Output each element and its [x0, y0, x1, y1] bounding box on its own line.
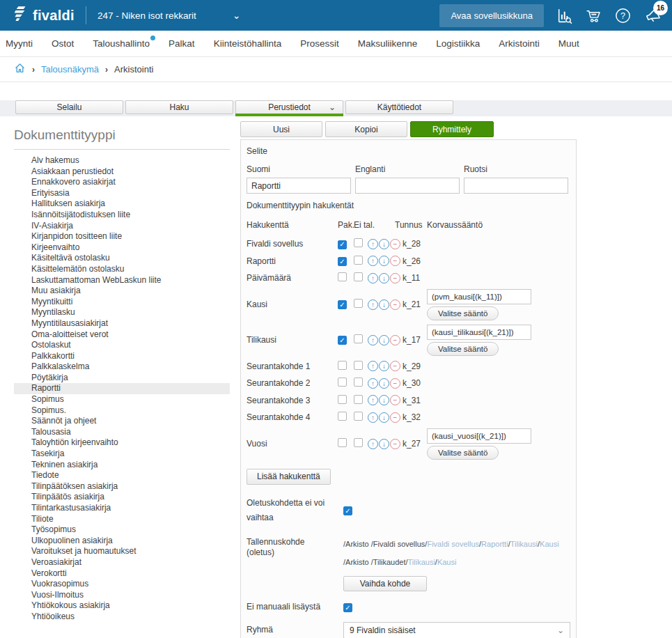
replacement-rule-input[interactable]	[427, 325, 531, 340]
move-up-icon[interactable]: ↑	[368, 273, 378, 283]
not-stored-checkbox[interactable]	[354, 438, 363, 447]
mandatory-checkbox[interactable]	[338, 240, 347, 249]
mandatory-checkbox[interactable]	[338, 300, 347, 309]
move-down-icon[interactable]: ↓	[379, 239, 389, 249]
doc-type-item-talousasia[interactable]: Talousasia	[14, 427, 230, 438]
grouping-button[interactable]: Ryhmittely	[410, 121, 494, 137]
doc-type-item-myyntikuitti[interactable]: Myyntikuitti	[14, 297, 230, 308]
tab-kayttotiedot[interactable]: Käyttötiedot	[345, 100, 453, 114]
not-stored-checkbox[interactable]	[354, 378, 363, 387]
move-down-icon[interactable]: ↓	[379, 299, 389, 310]
doc-type-item-ostolaskut[interactable]: Ostolaskut	[14, 340, 230, 351]
storage-path-link[interactable]: Fivaldi sovellus	[427, 540, 479, 548]
doc-type-item-sopimus[interactable]: Sopimus.	[14, 405, 230, 417]
cart-icon[interactable]	[585, 7, 602, 24]
not-stored-checkbox[interactable]	[354, 299, 363, 308]
default-target-locked-checkbox[interactable]	[343, 506, 352, 515]
doc-type-item-varoitukset-ja-huomautukset[interactable]: Varoitukset ja huomautukset	[14, 546, 230, 557]
move-up-icon[interactable]: ↑	[368, 412, 378, 423]
remove-icon[interactable]: −	[390, 439, 400, 449]
nav-item-logistiikka[interactable]: Logistiikka	[436, 38, 480, 49]
remove-icon[interactable]: −	[390, 273, 400, 283]
nav-item-myynti[interactable]: Myynti	[6, 38, 33, 49]
tab-selailu[interactable]: Selailu	[15, 100, 123, 114]
remove-icon[interactable]: −	[390, 239, 400, 249]
replacement-rule-input[interactable]	[427, 289, 531, 304]
mandatory-checkbox[interactable]	[338, 395, 347, 404]
mandatory-checkbox[interactable]	[338, 412, 347, 421]
doc-type-item-iv-asiakirja[interactable]: IV-Asiakirja	[14, 221, 230, 232]
not-stored-checkbox[interactable]	[354, 412, 363, 421]
help-icon[interactable]: ?	[614, 7, 632, 24]
doc-type-item-tekninen-asiakirja[interactable]: Tekninen asiakirja	[14, 460, 230, 471]
doc-type-item-hallituksen-asiakirja[interactable]: Hallituksen asiakirja	[14, 199, 230, 210]
doc-type-item-isannoitsijatodistuksen-liite[interactable]: Isännöitsijätodistuksen liite	[14, 210, 230, 221]
doc-type-item-taloyhtion-kirjeenvaihto[interactable]: Taloyhtiön kirjeenvaihto	[14, 437, 230, 449]
nav-item-ostot[interactable]: Ostot	[52, 38, 74, 49]
doc-type-item-myyntilasku[interactable]: Myyntilasku	[14, 307, 230, 318]
tab-haku[interactable]: Haku	[125, 100, 233, 114]
change-target-button[interactable]: Vaihda kohde	[343, 576, 427, 591]
doc-type-item-kasiteltava-ostolasku[interactable]: Käsiteltävä ostolasku	[14, 253, 230, 264]
not-stored-checkbox[interactable]	[354, 272, 363, 281]
doc-type-item-raportti[interactable]: Raportti	[14, 383, 230, 394]
doc-type-item-myyntitilausasiakirjat[interactable]: Myyntitilausasiakirjat	[14, 318, 230, 329]
move-down-icon[interactable]: ↓	[379, 412, 389, 423]
breadcrumb-link-talousnakyma[interactable]: Talousnäkymä	[41, 64, 99, 75]
not-stored-checkbox[interactable]	[354, 256, 363, 265]
doc-type-item-asiakkaan-perustiedot[interactable]: Asiakkaan perustiedot	[14, 166, 230, 178]
move-up-icon[interactable]: ↑	[368, 299, 378, 310]
mandatory-checkbox[interactable]	[338, 336, 347, 345]
move-up-icon[interactable]: ↑	[368, 361, 378, 371]
remove-icon[interactable]: −	[390, 256, 400, 266]
doc-type-item-yhtiooikeus[interactable]: Yhtiöoikeus	[14, 612, 230, 623]
doc-type-item-tilinpaatos-asiakirja[interactable]: Tilinpäätös asiakirja	[14, 492, 230, 503]
storage-path-link[interactable]: Kausi	[540, 540, 559, 548]
nav-item-muut[interactable]: Muut	[558, 38, 579, 49]
doc-type-item-saannot-ja-ohjeet[interactable]: Säännöt ja ohjeet	[14, 416, 230, 427]
announcements-icon[interactable]: 16	[643, 7, 661, 24]
doc-type-item-sopimus[interactable]: Sopimus	[14, 394, 230, 405]
home-icon[interactable]	[14, 63, 26, 76]
new-button[interactable]: Uusi	[240, 121, 322, 137]
doc-type-item-vuosi-ilmoitus[interactable]: Vuosi-Ilmoitus	[14, 590, 230, 601]
storage-path-link[interactable]: Raportti	[481, 540, 508, 548]
select-rule-button[interactable]: Valitse sääntö	[427, 342, 499, 356]
open-app-window-button[interactable]: Avaa sovellusikkuna	[439, 4, 544, 27]
add-search-field-button[interactable]: Lisää hakukenttä	[247, 469, 331, 485]
tab-perustiedot[interactable]: Perustiedot⌄	[235, 100, 343, 114]
doc-type-item-tiliote[interactable]: Tiliote	[14, 514, 230, 525]
remove-icon[interactable]: −	[390, 378, 400, 389]
mandatory-checkbox[interactable]	[338, 378, 347, 387]
fivaldi-logo[interactable]: fivaldi	[0, 5, 75, 26]
mandatory-checkbox[interactable]	[338, 438, 347, 447]
stats-search-icon[interactable]	[556, 7, 573, 24]
remove-icon[interactable]: −	[390, 299, 400, 310]
storage-path-link[interactable]: Kausi	[437, 558, 457, 566]
nav-item-maksuliikenne[interactable]: Maksuliikenne	[358, 38, 418, 49]
doc-type-item-ennakkovero-asiakirjat[interactable]: Ennakkovero asiakirjat	[14, 177, 230, 188]
mandatory-checkbox[interactable]	[338, 361, 347, 370]
copy-button[interactable]: Kopioi	[325, 121, 407, 137]
move-up-icon[interactable]: ↑	[368, 439, 378, 449]
move-down-icon[interactable]: ↓	[379, 439, 389, 449]
move-up-icon[interactable]: ↑	[368, 256, 378, 266]
no-manual-add-checkbox[interactable]	[343, 603, 352, 612]
doc-type-item-laskuttamattoman-weblaskun-liite[interactable]: Laskuttamattoman WebLaskun liite	[14, 275, 230, 286]
doc-type-item-kirjanpidon-tositteen-liite[interactable]: Kirjanpidon tositteen liite	[14, 231, 230, 242]
storage-path-link[interactable]: Tilikausi	[510, 540, 538, 548]
company-selector[interactable]: 247 - Niken isot rekkarit	[97, 10, 196, 21]
finnish-name-input[interactable]	[247, 178, 351, 194]
swedish-name-input[interactable]	[464, 178, 568, 194]
remove-icon[interactable]: −	[390, 412, 400, 423]
move-up-icon[interactable]: ↑	[368, 378, 378, 389]
english-name-input[interactable]	[355, 178, 460, 194]
mandatory-checkbox[interactable]	[338, 272, 347, 281]
doc-type-item-palkkalaskelma[interactable]: Palkkalaskelma	[14, 361, 230, 373]
nav-item-kiinteistohallinta[interactable]: Kiinteistöhallinta	[214, 38, 282, 49]
doc-type-item-kirjeenvaihto[interactable]: Kirjeenvaihto	[14, 242, 230, 254]
doc-type-item-vuokrasopimus[interactable]: Vuokrasopimus	[14, 579, 230, 590]
doc-type-item-tiedote[interactable]: Tiedote	[14, 470, 230, 481]
doc-type-item-tilintarkastusasiakirja[interactable]: Tilintarkastusasiakirja	[14, 503, 230, 514]
doc-type-item-erityisasia[interactable]: Erityisasia	[14, 188, 230, 199]
